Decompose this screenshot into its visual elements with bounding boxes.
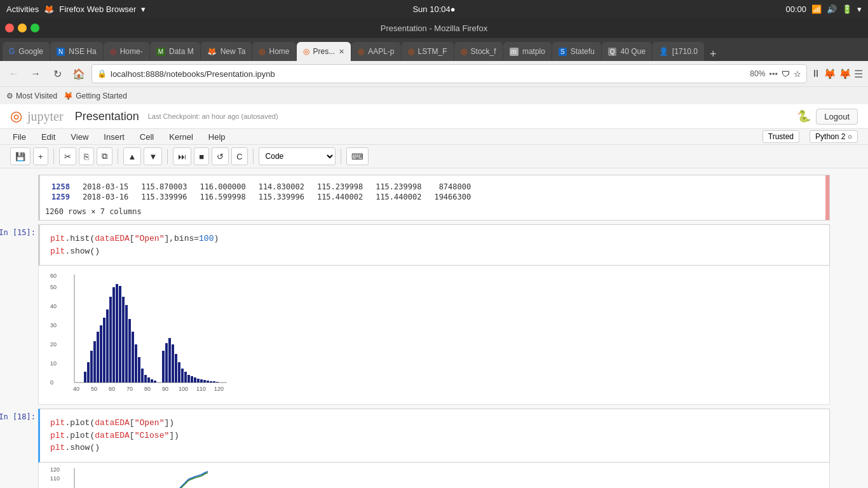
shield-icon: 🛡: [782, 69, 790, 79]
profile-icon[interactable]: 🦊: [839, 68, 851, 80]
menu-cell[interactable]: Cell: [137, 131, 156, 143]
url-options-icon[interactable]: •••: [769, 69, 778, 79]
tab-newta[interactable]: 🦊 New Ta: [201, 42, 252, 61]
histogram-chart: 0 10 20 30 40 50 60 40 50 60: [49, 268, 240, 402]
cell-right-1: [830, 175, 868, 220]
row-v2-1259: 116.599998: [193, 192, 252, 202]
tab-aapl[interactable]: ◎ AAPL-p: [351, 42, 400, 61]
cell-right-18: [830, 409, 868, 488]
move-down-button[interactable]: ▼: [144, 147, 162, 165]
svg-text:60: 60: [109, 386, 115, 392]
activities-label[interactable]: Activities: [6, 4, 39, 14]
restart-button[interactable]: ↺: [212, 147, 229, 165]
back-button[interactable]: ←: [5, 65, 23, 83]
menu-insert[interactable]: Insert: [101, 131, 127, 143]
tab-state[interactable]: S Statefu: [552, 42, 601, 61]
svg-rect-18: [84, 372, 86, 383]
browser-name-label: Firefox Web Browser: [59, 4, 136, 14]
new-tab-button[interactable]: +: [706, 48, 721, 61]
firefox-bookmark-icon: 🦊: [64, 92, 73, 100]
restart-run-button[interactable]: C: [231, 147, 247, 165]
menu-help[interactable]: Help: [206, 131, 228, 143]
tab-datam[interactable]: M Data M: [150, 42, 200, 61]
cell-type-select[interactable]: Code Markdown Raw NBConvert: [259, 147, 336, 165]
svg-rect-30: [122, 297, 125, 383]
svg-rect-55: [207, 381, 209, 383]
window-title: Presentation - Mozilla Firefox: [381, 24, 487, 33]
logout-button[interactable]: Logout: [816, 109, 858, 125]
tab-pres[interactable]: ◎ Pres... ✕: [297, 42, 351, 61]
window-controls[interactable]: [5, 24, 39, 32]
svg-rect-29: [119, 286, 121, 383]
tab-lstm[interactable]: ◎ LSTM_F: [402, 42, 454, 61]
run-next-button[interactable]: ⏭: [173, 147, 191, 165]
cut-button[interactable]: ✂: [59, 147, 76, 165]
forward-button[interactable]: →: [27, 65, 44, 83]
tab-home2[interactable]: ◎ Home: [252, 42, 295, 61]
most-visited-label: Most Visited: [16, 92, 57, 100]
home1-favicon: ◎: [110, 47, 116, 56]
bookmarks-bar: ⚙ Most Visited 🦊 Getting Started: [0, 86, 868, 104]
firefox-icon: 🦊: [44, 4, 54, 14]
svg-rect-58: [216, 382, 219, 383]
tab-matplo[interactable]: m matplo: [503, 42, 552, 61]
keyboard-shortcuts-button[interactable]: ⌨: [346, 147, 369, 165]
save-button[interactable]: 💾: [10, 147, 31, 165]
data-output-cell-wrapper: 1258 2018-03-15 115.870003 116.000000 11…: [0, 175, 868, 220]
svg-text:90: 90: [162, 386, 168, 392]
getting-started-label: Getting Started: [76, 92, 127, 100]
menu-view[interactable]: View: [68, 131, 91, 143]
notebook-body[interactable]: 1258 2018-03-15 115.870003 116.000000 11…: [0, 168, 868, 488]
jupyter-logo: ◎ jupyter Presentation Last Checkpoint: …: [10, 108, 278, 125]
browser-window: Presentation - Mozilla Firefox G Google …: [0, 18, 868, 488]
tab-google[interactable]: G Google: [3, 42, 50, 61]
url-bar[interactable]: 🔒 localhost:8888/notebooks/Presentation.…: [92, 64, 807, 83]
tab-que[interactable]: Q 40 Que: [602, 42, 652, 61]
most-visited-bookmark[interactable]: ⚙ Most Visited: [6, 92, 57, 100]
cell-18-input[interactable]: plt.plot(dataEDA["Open"]) plt.plot(dataE…: [38, 409, 830, 463]
row-index-1259: 1259: [45, 192, 76, 202]
row-v3-1259: 115.339996: [252, 192, 311, 202]
cell-18-middle: plt.plot(dataEDA["Open"]) plt.plot(dataE…: [38, 409, 830, 488]
svg-rect-31: [125, 305, 128, 383]
url-text: localhost:8888/notebooks/Presentation.ip…: [111, 69, 746, 79]
cell-15-middle: plt.hist(dataEDA["Open"],bins=100) plt.s…: [38, 224, 830, 405]
tab-nse[interactable]: N NSE Ha: [50, 42, 103, 61]
table-row: 1259 2018-03-16 115.339996 116.599998 11…: [45, 192, 477, 202]
svg-text:40: 40: [73, 386, 79, 392]
menu-file[interactable]: File: [10, 131, 29, 143]
cell-18-wrapper: In [18]: plt.plot(dataEDA["Open"]) plt.p…: [0, 409, 868, 488]
svg-rect-53: [200, 379, 203, 383]
volume-icon: 🔊: [827, 4, 837, 14]
home-button[interactable]: 🏠: [70, 65, 88, 83]
minimize-button[interactable]: [18, 24, 27, 32]
tab-pres-label: Pres...: [313, 47, 336, 56]
tab-home1[interactable]: ◎ Home-: [104, 42, 149, 61]
getting-started-bookmark[interactable]: 🦊 Getting Started: [64, 92, 127, 100]
tab-num[interactable]: 👤 [1710.0: [653, 42, 704, 61]
paste-button[interactable]: ⧉: [97, 147, 112, 165]
move-up-button[interactable]: ▲: [123, 147, 142, 165]
refresh-button[interactable]: ↻: [48, 65, 66, 83]
toolbar-separator-5: [341, 149, 341, 164]
cell-15-input[interactable]: plt.hist(dataEDA["Open"],bins=100) plt.s…: [38, 224, 830, 266]
notebook-title[interactable]: Presentation: [75, 110, 139, 123]
svg-text:50: 50: [50, 284, 57, 290]
pocket-icon[interactable]: 🦊: [824, 68, 836, 80]
tab-stock[interactable]: ◎ Stock_f: [454, 42, 503, 61]
scroll-indicator[interactable]: [825, 175, 829, 220]
menu-button[interactable]: ☰: [854, 68, 863, 80]
synced-tabs-icon[interactable]: ⏸: [811, 68, 821, 79]
menu-edit[interactable]: Edit: [39, 131, 58, 143]
menu-kernel[interactable]: Kernel: [166, 131, 196, 143]
most-visited-icon: ⚙: [6, 92, 13, 100]
interrupt-button[interactable]: ■: [194, 147, 209, 165]
svg-rect-32: [128, 319, 131, 383]
bookmark-star-icon[interactable]: ☆: [794, 69, 801, 79]
tab-close-icon[interactable]: ✕: [339, 48, 344, 56]
tab-aapl-label: AAPL-p: [368, 47, 394, 56]
maximize-button[interactable]: [31, 24, 39, 32]
insert-cell-button[interactable]: +: [33, 147, 48, 165]
close-button[interactable]: [5, 24, 14, 32]
copy-button[interactable]: ⎘: [79, 147, 94, 165]
